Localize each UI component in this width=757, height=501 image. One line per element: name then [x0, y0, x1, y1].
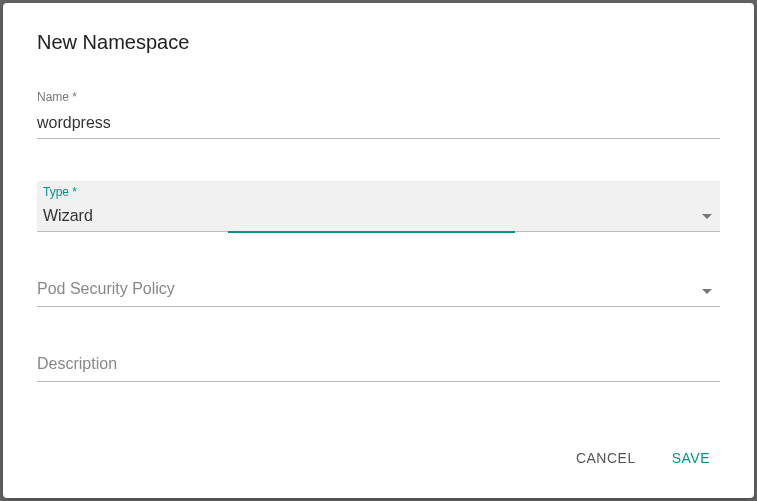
description-input[interactable] [37, 349, 720, 381]
new-namespace-dialog: New Namespace Name * Type * Wizard Pod S… [3, 3, 754, 498]
psp-placeholder: Pod Security Policy [37, 274, 720, 306]
type-progress-bar [228, 231, 515, 233]
cancel-button[interactable]: CANCEL [572, 442, 640, 474]
psp-field[interactable]: Pod Security Policy [37, 274, 720, 307]
save-button[interactable]: SAVE [668, 442, 714, 474]
chevron-down-icon [702, 289, 712, 294]
name-field: Name * [37, 90, 720, 139]
type-value: Wizard [37, 203, 720, 231]
type-field[interactable]: Type * Wizard [37, 181, 720, 232]
name-label: Name * [37, 90, 720, 104]
type-label: Type * [37, 185, 720, 199]
description-field [37, 349, 720, 382]
dialog-title: New Namespace [37, 31, 720, 54]
chevron-down-icon [702, 214, 712, 219]
type-progress-track [37, 231, 720, 233]
dialog-actions: CANCEL SAVE [37, 432, 720, 478]
name-input[interactable] [37, 108, 720, 139]
